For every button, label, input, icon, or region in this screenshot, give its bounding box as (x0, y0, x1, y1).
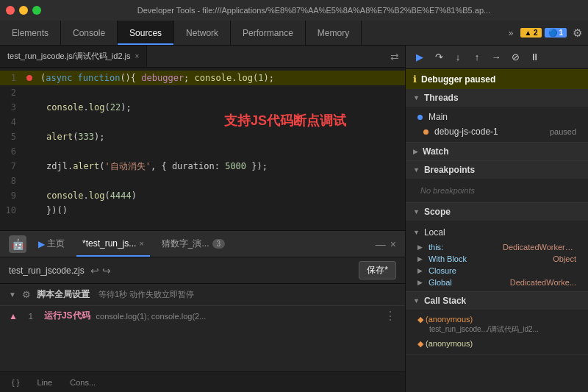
tab-elements[interactable]: Elements (0, 21, 61, 45)
file-tab[interactable]: test_run_jscode.js/调试代码_id2.js × (0, 46, 147, 67)
overlay-tab-home[interactable]: ▶ 主页 (32, 231, 71, 257)
minimize-window-button[interactable] (19, 6, 28, 15)
save-button[interactable]: 保存* (359, 261, 396, 279)
tab-sources[interactable]: Sources (118, 21, 174, 45)
settings-icon[interactable]: ⚙ (573, 26, 582, 40)
debugger-paused-banner: ℹ Debugger paused (406, 69, 588, 89)
pause-on-exception-button[interactable]: ⏸ (526, 49, 542, 65)
scope-body: ▼ Local ▶ this: DedicatedWorkerGlobal...… (406, 221, 588, 291)
no-breakpoints-label: No breakpoints (406, 182, 588, 199)
callstack-func-1: (anonymous) (417, 315, 576, 324)
close-overlay-button[interactable]: × (390, 238, 396, 250)
main-layout: test_run_jscode.js/调试代码_id2.js × ⇄ 1 (as… (0, 46, 588, 392)
scope-title: Scope (424, 207, 451, 217)
overlay-bottom-tabs: { } Line Cons... (0, 371, 405, 392)
global-settings-section: ▼ ⚙ 脚本全局设置 等待1秒 动作失败立即暂停 (0, 284, 405, 306)
code-line-2: 2 (0, 85, 405, 100)
undo-button[interactable]: ↩ (90, 265, 99, 277)
callstack-section-header[interactable]: ▼ Call Stack (406, 292, 588, 310)
file-tab-bar: test_run_jscode.js/调试代码_id2.js × ⇄ (0, 46, 405, 68)
thread-status-debug: paused (550, 127, 576, 136)
step-into-button[interactable]: ↓ (450, 49, 466, 65)
paused-text: Debugger paused (421, 74, 495, 85)
threads-title: Threads (424, 93, 459, 103)
callstack-collapse-icon: ▼ (413, 297, 420, 304)
titlebar: Developer Tools - file:///Applications/%… (0, 0, 588, 21)
code-line-1: 1 (async function(){ debugger; console.l… (0, 71, 405, 85)
bottom-tab-brackets[interactable]: { } (6, 372, 25, 392)
paused-icon: ℹ (413, 74, 417, 85)
run-more-icon[interactable]: ⋮ (384, 309, 396, 323)
redo-button[interactable]: ↪ (102, 265, 111, 277)
minimize-overlay-button[interactable]: — (376, 238, 386, 250)
scope-item-this: ▶ this: DedicatedWorkerGlobal... (406, 241, 588, 253)
step-button[interactable]: → (488, 49, 504, 65)
watch-title: Watch (423, 146, 449, 157)
callstack-item-2[interactable]: (anonymous) (406, 337, 588, 351)
bottom-tab-console[interactable]: Cons... (64, 372, 101, 392)
bottom-tab-line[interactable]: Line (31, 372, 58, 392)
breakpoints-collapse-icon: ▼ (413, 166, 420, 174)
callstack-func-2: (anonymous) (417, 339, 576, 349)
code-line-4: 4 (0, 115, 405, 129)
debug-toolbar: ▶ ↷ ↓ ↑ → ⊘ ⏸ (406, 46, 588, 69)
watch-collapse-icon: ▶ (413, 148, 418, 155)
scope-item-with-block-arrow[interactable]: ▶ (417, 255, 423, 263)
file-tab-name: test_run_jscode.js/调试代码_id2.js (7, 51, 131, 62)
thread-name-debug: debug-js-code-1 (434, 126, 498, 137)
run-code-preview: console.log(1); console.log(2... (96, 312, 207, 321)
maximize-window-button[interactable] (32, 6, 41, 15)
undo-redo-buttons: ↩ ↪ (90, 265, 111, 277)
overlay-tab-close-icon[interactable]: × (139, 239, 143, 248)
close-window-button[interactable] (6, 6, 15, 15)
run-arrow-icon[interactable]: ▲ (9, 311, 18, 321)
threads-section-header[interactable]: ▼ Threads (406, 89, 588, 107)
tab-memory[interactable]: Memory (306, 21, 362, 45)
scope-key-this: this: (429, 243, 443, 252)
overlay-header: 🤖 ▶ 主页 *test_run_js... × 猜数字_演... 3 (0, 231, 405, 257)
tab-console[interactable]: Console (61, 21, 118, 45)
watch-section-header[interactable]: ▶ Watch (406, 143, 588, 160)
debugger-panel: ▶ ↷ ↓ ↑ → ⊘ ⏸ ℹ Debugger paused ▼ Thread… (406, 46, 588, 392)
callstack-item-1[interactable]: (anonymous) test_run_jscode.../调试代码_id2.… (406, 313, 588, 337)
scope-item-global-arrow[interactable]: ▶ (417, 279, 423, 286)
breakpoints-body: No breakpoints (406, 179, 588, 202)
overlay-tab-test[interactable]: *test_run_js... × (76, 231, 150, 257)
code-line-7: 7 zdjl.alert('自动消失', { duration: 5000 })… (0, 159, 405, 174)
watch-section: ▶ Watch (406, 143, 588, 161)
run-title: 运行JS代码 (44, 310, 90, 322)
thread-dot-main (417, 115, 423, 120)
callstack-file-1: test_run_jscode.../调试代码_id2... (417, 324, 576, 335)
thread-name-main: Main (429, 112, 448, 122)
play-icon: ▶ (38, 239, 45, 249)
scope-item-this-arrow[interactable]: ▶ (417, 243, 423, 251)
devtools-tab-bar: Elements Console Sources Network Perform… (0, 21, 588, 46)
overlay-tab-badge: 3 (212, 239, 226, 249)
file-nav-button[interactable]: ⇄ (384, 51, 405, 63)
tab-performance[interactable]: Performance (231, 21, 306, 45)
tab-network[interactable]: Network (174, 21, 231, 45)
threads-section: ▼ Threads Main debug-js-code-1 paused (406, 89, 588, 143)
code-line-3: 3 console.log(22); (0, 100, 405, 115)
scope-item-closure-arrow[interactable]: ▶ (417, 267, 423, 274)
settings-collapse-icon[interactable]: ▼ (9, 291, 16, 299)
step-over-button[interactable]: ↷ (431, 49, 447, 65)
deactivate-breakpoints-button[interactable]: ⊘ (507, 49, 523, 65)
file-tab-close-icon[interactable]: × (135, 52, 140, 60)
overlay-tab-guess[interactable]: 猜数字_演... 3 (156, 231, 231, 257)
breakpoint-1[interactable] (26, 75, 32, 81)
code-editor[interactable]: 1 (async function(){ debugger; console.l… (0, 68, 405, 392)
thread-debug-js[interactable]: debug-js-code-1 paused (406, 124, 588, 139)
thread-main[interactable]: Main (406, 110, 588, 124)
automation-panel: 🤖 ▶ 主页 *test_run_js... × 猜数字_演... 3 (0, 230, 405, 392)
scope-section-header[interactable]: ▼ Scope (406, 203, 588, 221)
gear-icon: ⚙ (22, 289, 31, 300)
breakpoints-section-header[interactable]: ▼ Breakpoints (406, 161, 588, 179)
step-out-button[interactable]: ↑ (469, 49, 485, 65)
overlay-file-bar: test_run_jscode.zjs ↩ ↪ 保存* (0, 257, 405, 284)
code-line-5: 5 alert(333); (0, 129, 405, 144)
callstack-title: Call Stack (424, 296, 466, 306)
more-tabs-button[interactable]: » (509, 28, 514, 38)
resume-button[interactable]: ▶ (412, 49, 428, 65)
scope-local-header[interactable]: ▼ Local (406, 224, 588, 241)
